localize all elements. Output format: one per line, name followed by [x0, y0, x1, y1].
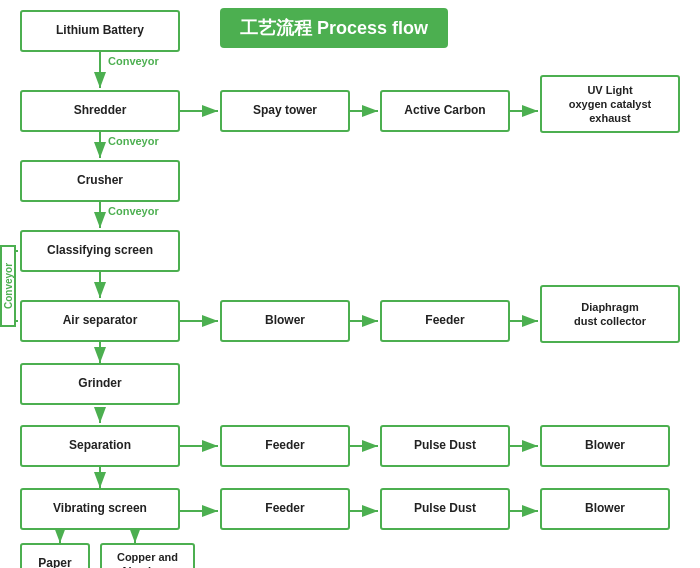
feeder2-box: Feeder [220, 425, 350, 467]
blower2-box: Blower [540, 425, 670, 467]
conveyor-left-label: Conveyor [0, 245, 16, 327]
pulse-dust2-box: Pulse Dust [380, 488, 510, 530]
active-carbon-box: Active Carbon [380, 90, 510, 132]
feeder1-box: Feeder [380, 300, 510, 342]
diaphragm-box: Diaphragm dust collector [540, 285, 680, 343]
blower1-box: Blower [220, 300, 350, 342]
separation-box: Separation [20, 425, 180, 467]
shredder-box: Shredder [20, 90, 180, 132]
classifying-screen-box: Classifying screen [20, 230, 180, 272]
uv-light-box: UV Light oxygen catalyst exhaust [540, 75, 680, 133]
air-separator-box: Air separator [20, 300, 180, 342]
conveyor-label-1: Conveyor [108, 55, 159, 67]
crusher-box: Crusher [20, 160, 180, 202]
pulse-dust1-box: Pulse Dust [380, 425, 510, 467]
conveyor-label-3: Conveyor [108, 205, 159, 217]
paper-box: Paper [20, 543, 90, 568]
conveyor-label-2: Conveyor [108, 135, 159, 147]
copper-aluminum-box: Copper and Aluminum [100, 543, 195, 568]
feeder3-box: Feeder [220, 488, 350, 530]
spay-tower-box: Spay tower [220, 90, 350, 132]
process-flow-diagram: 工艺流程 Process flow [0, 0, 700, 568]
lithium-battery-box: Lithium Battery [20, 10, 180, 52]
blower3-box: Blower [540, 488, 670, 530]
grinder-box: Grinder [20, 363, 180, 405]
vibrating-screen-box: Vibrating screen [20, 488, 180, 530]
title-banner: 工艺流程 Process flow [220, 8, 448, 48]
